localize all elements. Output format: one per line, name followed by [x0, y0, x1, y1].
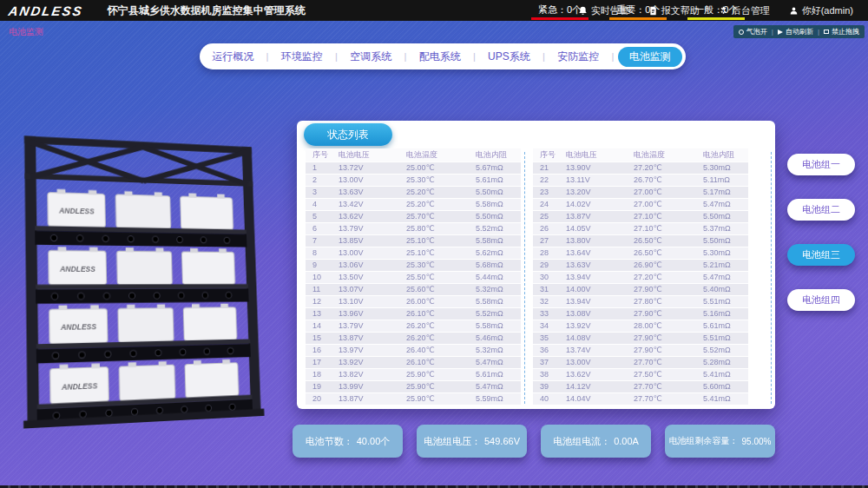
cell: 5.41mΩ — [703, 393, 748, 405]
toolbar-item-2[interactable]: 自动刷新 — [778, 27, 813, 36]
table-row: 613.79V25.80℃5.52mΩ — [306, 223, 521, 234]
cell: 14.02V — [566, 199, 634, 210]
table-row: 3213.94V27.80℃5.51mΩ — [533, 296, 748, 307]
cell: 13.72V — [339, 162, 406, 174]
battery-group-button-3[interactable]: 电池组三 — [787, 244, 855, 266]
table-row: 3114.00V27.90℃5.40mΩ — [533, 284, 748, 295]
menu-item-label: 后台管理 — [732, 4, 770, 17]
cell: 27.10℃ — [634, 223, 703, 234]
cell: 5.37mΩ — [703, 223, 748, 234]
cell: 13.07V — [339, 284, 406, 295]
cell: 13.79V — [339, 223, 406, 234]
cell: 26.90℃ — [634, 260, 703, 271]
battery-group-button-4[interactable]: 电池组四 — [787, 289, 855, 311]
cell: 10 — [306, 272, 339, 283]
table-row: 2213.11V26.70℃5.11mΩ — [533, 175, 748, 186]
cell: 25.20℃ — [406, 199, 476, 210]
cell: 5.47mΩ — [703, 199, 748, 210]
table-row: 3613.74V27.90℃5.52mΩ — [533, 345, 748, 356]
stat-value: 0.00A — [614, 436, 639, 446]
cell: 28.00℃ — [634, 320, 703, 332]
status-list-button[interactable]: 状态列表 — [304, 123, 392, 146]
gear-icon — [719, 6, 728, 16]
cell: 25.80℃ — [406, 223, 476, 234]
toolbar-item-1[interactable]: 气泡开 — [739, 27, 767, 36]
cell: 13.99V — [339, 381, 406, 392]
cell: 17 — [306, 357, 339, 368]
tab-security[interactable]: 安防监控 — [549, 47, 608, 67]
battery-group-button-2[interactable]: 电池组二 — [787, 199, 855, 221]
cell: 27.10℃ — [634, 211, 703, 222]
cell: 5.47mΩ — [476, 381, 521, 392]
tab-power[interactable]: 配电系统 — [411, 47, 470, 67]
user-icon — [789, 6, 799, 16]
cell: 13.87V — [566, 211, 634, 222]
refresh-icon — [778, 30, 783, 35]
cell: 9 — [306, 260, 339, 271]
cell: 37 — [533, 357, 566, 368]
cell: 29 — [533, 260, 566, 271]
menu-item-label: 报文帮助 — [661, 4, 700, 17]
cell: 5.67mΩ — [476, 162, 521, 174]
stat-card-4[interactable]: 电池组剩余容量：95.00% — [665, 425, 775, 458]
stat-label: 电池组剩余容量： — [669, 435, 739, 447]
column-header: 电池内阻 — [703, 148, 748, 162]
toolbar-item-3[interactable]: 禁止拖拽 — [824, 27, 859, 36]
cell: 5.40mΩ — [703, 284, 748, 295]
cell: 26.10℃ — [406, 308, 476, 320]
tab-separator: | — [542, 51, 545, 62]
battery-table-right: 序号电池电压电池温度电池内阻2113.90V27.20℃5.30mΩ2213.1… — [533, 148, 748, 406]
cell: 5.62mΩ — [476, 247, 521, 259]
cell: 27.90℃ — [634, 345, 703, 356]
doc-icon — [648, 6, 658, 16]
toolbar-separator: | — [818, 28, 819, 36]
menu-item-2[interactable]: 报文帮助 — [639, 4, 709, 17]
tab-overview[interactable]: 运行概况 — [203, 47, 262, 67]
table-row: 513.62V25.70℃5.50mΩ — [306, 211, 521, 222]
breadcrumb: 电池监测 — [9, 26, 43, 38]
menu-item-4[interactable]: 你好(admin) — [779, 4, 863, 17]
cell: 5.28mΩ — [703, 357, 748, 368]
cell: 13.62V — [566, 369, 634, 380]
cell: 5.61mΩ — [703, 320, 748, 332]
cell: 18 — [306, 369, 339, 380]
cell: 5.11mΩ — [703, 175, 748, 186]
table-row: 1613.97V26.40℃5.32mΩ — [306, 345, 521, 356]
tab-ups[interactable]: UPS系统 — [479, 47, 539, 67]
cell: 5.32mΩ — [476, 284, 521, 295]
stat-label: 电池组电流： — [553, 435, 610, 448]
cell: 27.20℃ — [634, 162, 703, 174]
cell: 31 — [533, 284, 566, 295]
cell: 13.63V — [339, 187, 406, 198]
cell: 5.41mΩ — [703, 369, 748, 380]
table-row: 3713.00V27.70℃5.28mΩ — [533, 357, 748, 368]
stat-card-1[interactable]: 电池节数：40.00个 — [293, 425, 403, 458]
cell: 5.58mΩ — [476, 296, 521, 307]
cell: 27.50℃ — [634, 369, 703, 380]
cell: 11 — [306, 284, 339, 295]
tab-battery[interactable]: 电池监测 — [618, 47, 682, 67]
table-row: 813.00V25.10℃5.62mΩ — [306, 247, 521, 259]
tab-environment[interactable]: 环境监控 — [273, 47, 332, 67]
stat-label: 电池节数： — [306, 435, 353, 448]
bell-icon — [578, 6, 588, 16]
stat-card-2[interactable]: 电池组电压：549.66V — [417, 425, 527, 458]
cell: 5.30mΩ — [703, 247, 748, 259]
cell: 33 — [533, 308, 566, 320]
table-row: 3013.94V27.20℃5.47mΩ — [533, 272, 748, 283]
menu-item-1[interactable]: 实时告警 — [569, 4, 639, 17]
menu-item-3[interactable]: 后台管理 — [709, 4, 779, 17]
tab-hvac[interactable]: 空调系统 — [341, 47, 400, 67]
cell: 27.70℃ — [634, 393, 703, 405]
stat-card-3[interactable]: 电池组电流：0.00A — [541, 425, 651, 458]
cell: 26.50℃ — [634, 235, 703, 247]
battery-group-button-1[interactable]: 电池组一 — [787, 154, 855, 175]
table-divider-right — [771, 152, 772, 404]
cell: 27.00℃ — [634, 199, 703, 210]
page-title: 怀宁县城乡供水数据机房监控集中管理系统 — [108, 3, 306, 18]
table-row: 2414.02V27.00℃5.47mΩ — [533, 199, 748, 210]
cell: 12 — [306, 296, 339, 307]
cell: 14.00V — [566, 284, 634, 295]
cell: 5.61mΩ — [476, 369, 521, 380]
stat-value: 549.66V — [484, 436, 520, 446]
